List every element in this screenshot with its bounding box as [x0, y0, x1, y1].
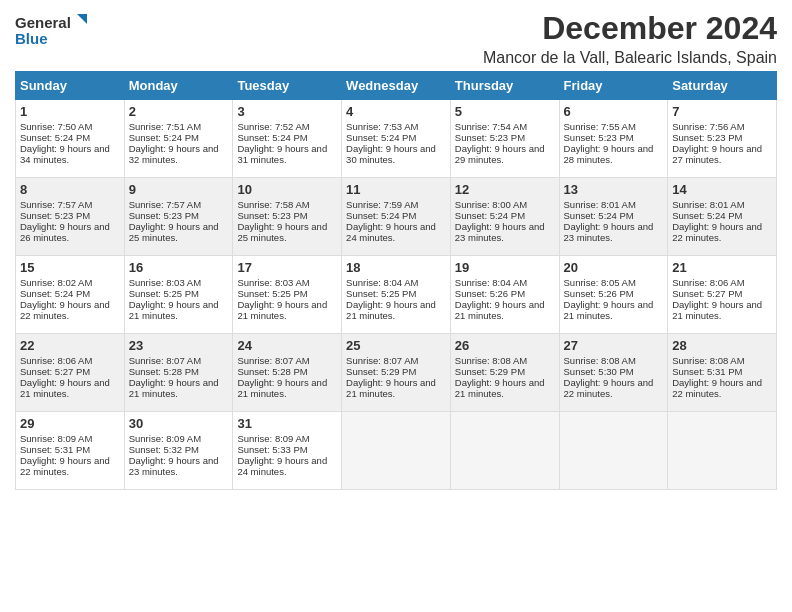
header-monday: Monday	[124, 72, 233, 100]
location-subtitle: Mancor de la Vall, Balearic Islands, Spa…	[483, 49, 777, 67]
calendar-cell: 2 Sunrise: 7:51 AM Sunset: 5:24 PM Dayli…	[124, 100, 233, 178]
sunrise-text: Sunrise: 8:07 AM	[346, 355, 418, 366]
daylight-text: Daylight: 9 hours and 21 minutes.	[672, 299, 762, 321]
sunset-text: Sunset: 5:24 PM	[672, 210, 742, 221]
day-number: 17	[237, 260, 337, 275]
header-row: Sunday Monday Tuesday Wednesday Thursday…	[16, 72, 777, 100]
day-number: 22	[20, 338, 120, 353]
calendar-cell	[450, 412, 559, 490]
sunset-text: Sunset: 5:24 PM	[346, 210, 416, 221]
calendar-cell: 25 Sunrise: 8:07 AM Sunset: 5:29 PM Dayl…	[342, 334, 451, 412]
daylight-text: Daylight: 9 hours and 25 minutes.	[129, 221, 219, 243]
sunset-text: Sunset: 5:23 PM	[20, 210, 90, 221]
day-number: 28	[672, 338, 772, 353]
sunrise-text: Sunrise: 8:07 AM	[237, 355, 309, 366]
daylight-text: Daylight: 9 hours and 22 minutes.	[672, 221, 762, 243]
table-row: 15 Sunrise: 8:02 AM Sunset: 5:24 PM Dayl…	[16, 256, 777, 334]
header-saturday: Saturday	[668, 72, 777, 100]
sunset-text: Sunset: 5:24 PM	[20, 288, 90, 299]
sunset-text: Sunset: 5:31 PM	[20, 444, 90, 455]
sunrise-text: Sunrise: 7:53 AM	[346, 121, 418, 132]
sunset-text: Sunset: 5:25 PM	[237, 288, 307, 299]
day-number: 19	[455, 260, 555, 275]
sunset-text: Sunset: 5:24 PM	[455, 210, 525, 221]
header: General Blue December 2024 Mancor de la …	[15, 10, 777, 67]
day-number: 15	[20, 260, 120, 275]
calendar-cell: 16 Sunrise: 8:03 AM Sunset: 5:25 PM Dayl…	[124, 256, 233, 334]
calendar-cell: 10 Sunrise: 7:58 AM Sunset: 5:23 PM Dayl…	[233, 178, 342, 256]
calendar-cell: 11 Sunrise: 7:59 AM Sunset: 5:24 PM Dayl…	[342, 178, 451, 256]
sunset-text: Sunset: 5:32 PM	[129, 444, 199, 455]
calendar-cell: 30 Sunrise: 8:09 AM Sunset: 5:32 PM Dayl…	[124, 412, 233, 490]
sunrise-text: Sunrise: 7:54 AM	[455, 121, 527, 132]
day-number: 23	[129, 338, 229, 353]
day-number: 31	[237, 416, 337, 431]
sunset-text: Sunset: 5:28 PM	[129, 366, 199, 377]
sunset-text: Sunset: 5:29 PM	[346, 366, 416, 377]
calendar-cell	[559, 412, 668, 490]
calendar-cell: 17 Sunrise: 8:03 AM Sunset: 5:25 PM Dayl…	[233, 256, 342, 334]
sunrise-text: Sunrise: 8:08 AM	[564, 355, 636, 366]
header-thursday: Thursday	[450, 72, 559, 100]
sunset-text: Sunset: 5:28 PM	[237, 366, 307, 377]
sunset-text: Sunset: 5:29 PM	[455, 366, 525, 377]
daylight-text: Daylight: 9 hours and 21 minutes.	[455, 377, 545, 399]
calendar-cell: 15 Sunrise: 8:02 AM Sunset: 5:24 PM Dayl…	[16, 256, 125, 334]
calendar-cell: 29 Sunrise: 8:09 AM Sunset: 5:31 PM Dayl…	[16, 412, 125, 490]
daylight-text: Daylight: 9 hours and 21 minutes.	[564, 299, 654, 321]
daylight-text: Daylight: 9 hours and 21 minutes.	[129, 377, 219, 399]
day-number: 21	[672, 260, 772, 275]
header-wednesday: Wednesday	[342, 72, 451, 100]
sunset-text: Sunset: 5:23 PM	[237, 210, 307, 221]
daylight-text: Daylight: 9 hours and 22 minutes.	[20, 455, 110, 477]
day-number: 4	[346, 104, 446, 119]
sunrise-text: Sunrise: 7:57 AM	[129, 199, 201, 210]
day-number: 11	[346, 182, 446, 197]
calendar-cell: 19 Sunrise: 8:04 AM Sunset: 5:26 PM Dayl…	[450, 256, 559, 334]
day-number: 18	[346, 260, 446, 275]
sunset-text: Sunset: 5:25 PM	[129, 288, 199, 299]
sunset-text: Sunset: 5:26 PM	[455, 288, 525, 299]
calendar-cell: 24 Sunrise: 8:07 AM Sunset: 5:28 PM Dayl…	[233, 334, 342, 412]
sunset-text: Sunset: 5:27 PM	[672, 288, 742, 299]
calendar-cell: 1 Sunrise: 7:50 AM Sunset: 5:24 PM Dayli…	[16, 100, 125, 178]
sunrise-text: Sunrise: 7:51 AM	[129, 121, 201, 132]
calendar-cell: 6 Sunrise: 7:55 AM Sunset: 5:23 PM Dayli…	[559, 100, 668, 178]
calendar-table: Sunday Monday Tuesday Wednesday Thursday…	[15, 71, 777, 490]
table-row: 8 Sunrise: 7:57 AM Sunset: 5:23 PM Dayli…	[16, 178, 777, 256]
daylight-text: Daylight: 9 hours and 28 minutes.	[564, 143, 654, 165]
calendar-cell: 18 Sunrise: 8:04 AM Sunset: 5:25 PM Dayl…	[342, 256, 451, 334]
logo: General Blue	[15, 10, 95, 56]
sunrise-text: Sunrise: 8:08 AM	[672, 355, 744, 366]
daylight-text: Daylight: 9 hours and 31 minutes.	[237, 143, 327, 165]
calendar-cell: 3 Sunrise: 7:52 AM Sunset: 5:24 PM Dayli…	[233, 100, 342, 178]
logo-block: General Blue	[15, 10, 95, 56]
table-row: 29 Sunrise: 8:09 AM Sunset: 5:31 PM Dayl…	[16, 412, 777, 490]
daylight-text: Daylight: 9 hours and 22 minutes.	[564, 377, 654, 399]
daylight-text: Daylight: 9 hours and 27 minutes.	[672, 143, 762, 165]
calendar-cell	[668, 412, 777, 490]
sunset-text: Sunset: 5:26 PM	[564, 288, 634, 299]
table-row: 22 Sunrise: 8:06 AM Sunset: 5:27 PM Dayl…	[16, 334, 777, 412]
day-number: 7	[672, 104, 772, 119]
daylight-text: Daylight: 9 hours and 23 minutes.	[455, 221, 545, 243]
daylight-text: Daylight: 9 hours and 21 minutes.	[346, 299, 436, 321]
calendar-cell: 13 Sunrise: 8:01 AM Sunset: 5:24 PM Dayl…	[559, 178, 668, 256]
day-number: 27	[564, 338, 664, 353]
sunset-text: Sunset: 5:23 PM	[564, 132, 634, 143]
calendar-cell: 5 Sunrise: 7:54 AM Sunset: 5:23 PM Dayli…	[450, 100, 559, 178]
calendar-cell: 21 Sunrise: 8:06 AM Sunset: 5:27 PM Dayl…	[668, 256, 777, 334]
calendar-cell: 22 Sunrise: 8:06 AM Sunset: 5:27 PM Dayl…	[16, 334, 125, 412]
svg-marker-1	[77, 14, 87, 24]
daylight-text: Daylight: 9 hours and 29 minutes.	[455, 143, 545, 165]
svg-text:General: General	[15, 14, 71, 31]
day-number: 10	[237, 182, 337, 197]
day-number: 2	[129, 104, 229, 119]
sunrise-text: Sunrise: 7:52 AM	[237, 121, 309, 132]
day-number: 20	[564, 260, 664, 275]
day-number: 25	[346, 338, 446, 353]
sunrise-text: Sunrise: 8:06 AM	[672, 277, 744, 288]
calendar-cell: 9 Sunrise: 7:57 AM Sunset: 5:23 PM Dayli…	[124, 178, 233, 256]
sunset-text: Sunset: 5:31 PM	[672, 366, 742, 377]
calendar-cell: 20 Sunrise: 8:05 AM Sunset: 5:26 PM Dayl…	[559, 256, 668, 334]
